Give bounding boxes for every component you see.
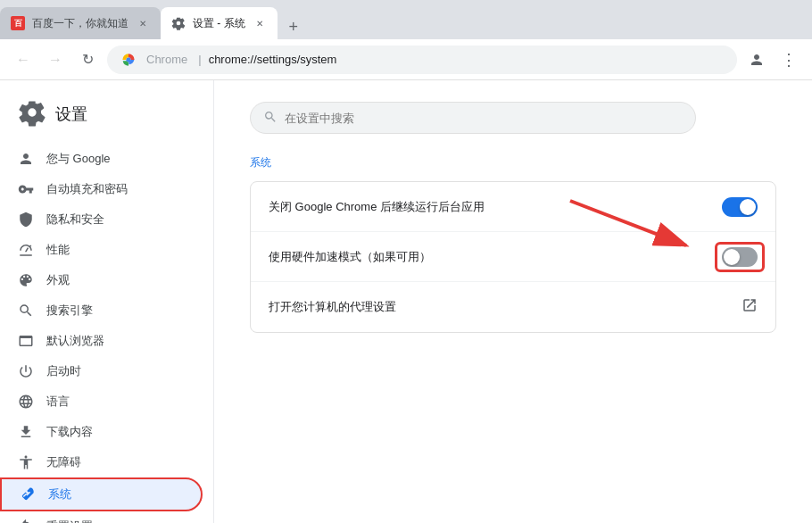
download-icon [18, 424, 34, 440]
search-bar-icon [263, 110, 278, 127]
sidebar-item-system[interactable]: 系统 [0, 477, 203, 511]
search-bar[interactable] [250, 102, 696, 134]
chrome-logo-icon [121, 53, 136, 67]
palette-icon [18, 272, 34, 288]
section-title: 系统 [250, 155, 776, 178]
search-icon [18, 303, 34, 319]
globe-icon [18, 394, 34, 410]
sidebar: 设置 您与 Google 自动填充和密码 隐私和安全 性能 [0, 80, 214, 523]
address-divider: | [198, 53, 201, 66]
person-icon [18, 151, 34, 167]
sidebar-item-system-label: 系统 [48, 486, 71, 502]
settings-row-hardware-action [722, 247, 758, 267]
settings-row-background-action [722, 197, 758, 217]
settings-card: 关闭 Google Chrome 后继续运行后台应用 使用硬件加速模式（如果可用… [250, 181, 776, 333]
sidebar-item-reset[interactable]: 重置设置 [0, 511, 203, 523]
toggle-hardware-knob [724, 249, 740, 265]
sidebar-item-startup[interactable]: 启动时 [0, 356, 203, 386]
sidebar-header: 设置 [0, 91, 213, 144]
tab-settings[interactable]: 设置 - 系统 ✕ [161, 7, 278, 39]
sidebar-item-performance[interactable]: 性能 [0, 235, 203, 265]
settings-row-background-label: 关闭 Google Chrome 后继续运行后台应用 [269, 199, 722, 215]
sidebar-item-language-label: 语言 [46, 394, 70, 410]
back-button[interactable]: ← [11, 47, 36, 72]
tab-baidu[interactable]: 百 百度一下，你就知道 ✕ [0, 7, 161, 39]
wrench-icon [20, 486, 36, 502]
power-icon [18, 363, 34, 379]
sidebar-item-default-browser[interactable]: 默认浏览器 [0, 326, 203, 356]
external-link-icon[interactable] [742, 297, 758, 317]
sidebar-item-google[interactable]: 您与 Google [0, 144, 203, 174]
search-input[interactable] [285, 112, 683, 125]
more-button[interactable]: ⋮ [776, 47, 801, 72]
sidebar-item-accessibility[interactable]: 无障碍 [0, 447, 203, 477]
sidebar-item-reset-label: 重置设置 [46, 519, 93, 523]
sidebar-item-privacy[interactable]: 隐私和安全 [0, 204, 203, 235]
toggle-background-knob [740, 199, 756, 215]
settings-row-hardware: 使用硬件加速模式（如果可用） [251, 232, 775, 282]
sidebar-item-downloads[interactable]: 下载内容 [0, 417, 203, 447]
toggle-background[interactable] [722, 197, 758, 217]
gauge-icon [18, 242, 34, 258]
sidebar-item-google-label: 您与 Google [46, 151, 111, 167]
profile-button[interactable] [744, 47, 769, 72]
sidebar-item-search[interactable]: 搜索引擎 [0, 295, 203, 326]
page-content: 设置 您与 Google 自动填充和密码 隐私和安全 性能 [0, 80, 812, 523]
address-text: chrome://settings/system [209, 53, 723, 66]
sidebar-item-default-browser-label: 默认浏览器 [46, 333, 104, 349]
settings-row-proxy-label: 打开您计算机的代理设置 [269, 299, 742, 315]
address-separator: Chrome [146, 53, 187, 66]
tab-settings-label: 设置 - 系统 [193, 16, 245, 31]
sidebar-title: 设置 [55, 104, 87, 125]
sidebar-item-search-label: 搜索引擎 [46, 303, 93, 319]
shield-icon [18, 212, 34, 228]
sidebar-item-performance-label: 性能 [46, 242, 70, 258]
sidebar-item-language[interactable]: 语言 [0, 386, 203, 417]
tab-settings-close[interactable]: ✕ [253, 16, 267, 30]
tab-settings-favicon [171, 16, 186, 30]
browser-icon [18, 333, 34, 349]
tab-baidu-close[interactable]: ✕ [136, 16, 150, 30]
reload-button[interactable]: ↻ [75, 47, 100, 72]
key-icon [18, 181, 34, 197]
address-bar[interactable]: Chrome | chrome://settings/system [107, 46, 737, 74]
settings-row-background: 关闭 Google Chrome 后继续运行后台应用 [251, 182, 775, 232]
sidebar-item-autofill-label: 自动填充和密码 [46, 181, 128, 197]
settings-row-hardware-label: 使用硬件加速模式（如果可用） [269, 249, 722, 265]
sidebar-item-downloads-label: 下载内容 [46, 424, 93, 440]
main-content: 系统 关闭 Google Chrome 后继续运行后台应用 使用硬件加速模式（如… [214, 80, 812, 523]
settings-row-proxy-action [742, 297, 758, 317]
sidebar-item-accessibility-label: 无障碍 [46, 454, 81, 470]
settings-logo [18, 98, 46, 129]
tab-baidu-label: 百度一下，你就知道 [32, 16, 128, 31]
accessibility-icon [18, 454, 34, 470]
sidebar-item-privacy-label: 隐私和安全 [46, 212, 104, 228]
tab-baidu-favicon: 百 [11, 16, 25, 30]
settings-row-proxy: 打开您计算机的代理设置 [251, 282, 775, 332]
reset-icon [18, 519, 34, 523]
sidebar-item-appearance[interactable]: 外观 [0, 265, 203, 295]
sidebar-item-autofill[interactable]: 自动填充和密码 [0, 174, 203, 204]
sidebar-item-appearance-label: 外观 [46, 272, 70, 288]
toggle-hardware[interactable] [722, 247, 758, 267]
sidebar-item-startup-label: 启动时 [46, 363, 81, 379]
new-tab-button[interactable]: + [281, 14, 306, 39]
address-bar-row: ← → ↻ Chrome | chrome://settings/system … [0, 39, 812, 80]
forward-button[interactable]: → [43, 47, 68, 72]
